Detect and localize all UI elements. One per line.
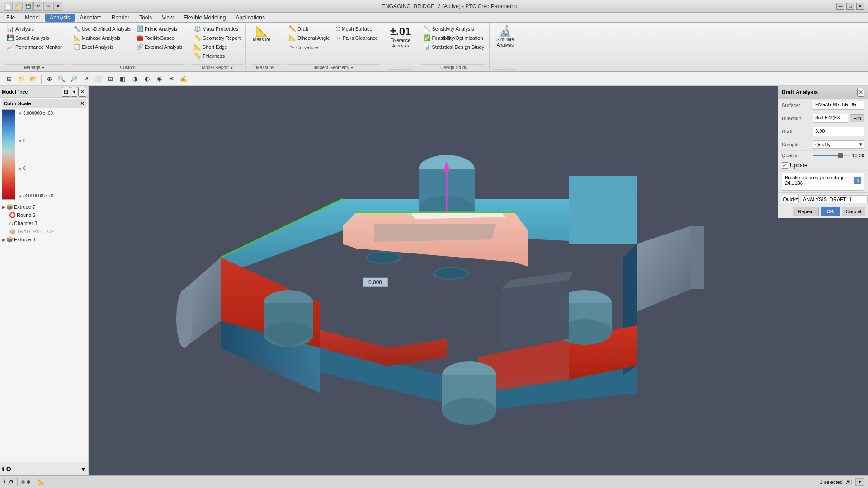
close-button[interactable]: ✕ — [856, 3, 864, 10]
draft-panel-close-btn[interactable]: ✕ — [857, 88, 864, 97]
ok-button[interactable]: OK — [821, 207, 840, 216]
ribbon-btn-measure[interactable]: 📐 Measure — [250, 24, 274, 44]
tree-item-extrude8[interactable]: ▶ 📦 Extrude 8 — [0, 235, 88, 244]
named-view-btn[interactable]: ⊡ — [105, 74, 116, 84]
manage-group-label[interactable]: Manage ▾ — [5, 64, 64, 70]
standard-orient-btn[interactable]: ⬜ — [93, 74, 104, 84]
ribbon-btn-simulate[interactable]: 🔬 SimulateAnalysis — [493, 24, 517, 50]
direction-label: Direction: — [782, 116, 811, 121]
appearances-btn[interactable]: ◉ — [154, 74, 165, 84]
ribbon-btn-mass-props[interactable]: ⚖️ Mass Properties — [192, 24, 241, 33]
flip-button[interactable]: Flip — [850, 114, 864, 122]
repeat-button[interactable]: Repeat — [793, 207, 819, 216]
color-scale-close[interactable]: ✕ — [80, 100, 85, 107]
ribbon-btn-mesh-surface[interactable]: ⬡ Mesh Surface — [333, 24, 375, 33]
zoom-in-btn[interactable]: 🔍 — [56, 74, 67, 84]
normal-view-btn[interactable]: ↗ — [80, 74, 91, 84]
ribbon-btn-mathcad[interactable]: 📐 Mathcad Analysis — [71, 33, 123, 42]
ribbon-btn-tolerance[interactable]: ±.01 ToleranceAnalysis — [387, 24, 415, 51]
shading-btn[interactable]: ◑ — [129, 74, 140, 84]
ribbon-btn-sensitivity[interactable]: 📉 Sensitivity Analysis — [421, 24, 476, 33]
visibility-btn[interactable]: 👁 — [166, 74, 177, 84]
cancel-button[interactable]: Cancel — [842, 207, 865, 216]
direction-value[interactable]: Surf:F23(EXTRUD — [813, 114, 848, 123]
inspect-group-label[interactable]: Inspect Geometry ▾ — [287, 64, 380, 70]
render-style-btn[interactable]: ◐ — [142, 74, 152, 84]
slider-thumb[interactable] — [838, 153, 843, 158]
tree-item-trag-rib[interactable]: 📦 TRAG_RIB_TOP — [0, 227, 88, 235]
bracketed-info-btn[interactable]: ℹ — [854, 177, 861, 184]
surface-value[interactable]: ENGAGING_BRIDGE_2.PR — [813, 101, 864, 110]
qa-more[interactable]: ▾ — [53, 2, 62, 11]
status-filter-btn[interactable]: ▾ — [855, 478, 864, 486]
tree-item-extrude7[interactable]: ▶ 📦 Extrude 7 — [0, 203, 88, 211]
perspective-btn[interactable]: ◧ — [117, 74, 128, 84]
ribbon-btn-toolkit[interactable]: 🧰 Toolkit-Based — [134, 33, 177, 42]
menu-applications[interactable]: Applications — [231, 14, 269, 22]
ribbon-btn-external[interactable]: 🔗 External Analysis — [134, 42, 185, 51]
ribbon-btn-curvature[interactable]: 〜 Curvature — [287, 42, 320, 52]
ribbon-btn-thickness[interactable]: 📏 Thickness — [192, 52, 227, 60]
status-icon-info: ℹ — [4, 479, 5, 485]
settings-btn[interactable]: ⚙ — [6, 465, 12, 473]
scale-min-unit: e+00 — [44, 193, 55, 198]
svg-point-32 — [435, 268, 467, 278]
qa-open[interactable]: 📂 — [14, 2, 23, 11]
menu-view[interactable]: View — [157, 14, 178, 22]
ribbon-btn-feasibility[interactable]: ✅ Feasibility/Optimization — [421, 33, 485, 42]
menu-model[interactable]: Model — [20, 14, 44, 22]
layer-btn[interactable]: 📁 — [16, 74, 27, 84]
tree-item-chamfer3[interactable]: ◇ Chamfer 3 — [0, 219, 88, 227]
zoom-fit-btn[interactable]: ⊕ — [44, 74, 55, 84]
ribbon-btn-pairs-clearance[interactable]: ↔ Pairs Clearance — [333, 33, 380, 42]
tree-expand-btn[interactable]: ⊞ — [62, 87, 70, 97]
zoom-out-btn[interactable]: 🔎 — [68, 74, 79, 84]
ribbon-btn-user-defined[interactable]: 🔧 User-Defined Analysis — [71, 24, 133, 33]
scale-mid: ◄ 0 + — [17, 138, 54, 143]
info-btn[interactable]: ℹ — [2, 465, 4, 473]
draft-icon: ✏️ — [289, 25, 296, 32]
ribbon-btn-statistical[interactable]: 📊 Statistical Design Study — [421, 42, 486, 51]
quality-slider-track[interactable] — [813, 155, 850, 156]
annotation-btn[interactable]: ✍ — [178, 74, 189, 84]
draft-bottom-controls: Quick ▾ — [778, 192, 868, 205]
ribbon-btn-draft[interactable]: ✏️ Draft — [287, 24, 311, 33]
maximize-button[interactable]: □ — [846, 3, 854, 10]
menu-analysis[interactable]: Analysis — [45, 14, 75, 22]
menubar: File Model Analysis Annotate Render Tool… — [0, 13, 868, 23]
custom-group-label: Custom — [71, 64, 185, 70]
menu-tools[interactable]: Tools — [135, 14, 156, 22]
ribbon-btn-saved-analysis[interactable]: 💾 Saved Analysis — [5, 33, 52, 42]
menu-annotate[interactable]: Annotate — [75, 14, 106, 22]
qa-save[interactable]: 💾 — [24, 2, 33, 11]
tree-item-round2[interactable]: ⭕ Round 2 — [0, 211, 88, 219]
viewport[interactable]: 0.000 Draft Analysis ✕ Surface: ENGAGING… — [89, 86, 868, 475]
ribbon-btn-dihedral[interactable]: 📐 Dihedral Angle — [287, 33, 332, 42]
qa-undo[interactable]: ↩ — [33, 2, 42, 11]
color-bar — [2, 109, 15, 200]
ribbon-btn-excel[interactable]: 📋 Excel Analysis — [71, 42, 116, 51]
menu-file[interactable]: File — [2, 14, 19, 22]
statusbar: ℹ ⚙ 📐 1 selected All ▾ — [0, 475, 868, 488]
minimize-button[interactable]: — — [836, 3, 844, 10]
tree-toggle-btn[interactable]: ⊞ — [4, 74, 14, 84]
qa-new[interactable]: 📄 — [4, 2, 13, 11]
menu-render[interactable]: Render — [107, 14, 134, 22]
ribbon-btn-prime[interactable]: 🔢 Prime Analysis — [134, 24, 179, 33]
tree-close-btn[interactable]: ✕ — [78, 87, 86, 97]
sample-select[interactable]: Quality ▾ — [813, 140, 864, 149]
draft-value-input[interactable]: 3.00 — [813, 127, 864, 136]
menu-flexible-modeling[interactable]: Flexible Modeling — [179, 14, 230, 22]
folder-btn[interactable]: 📂 — [28, 74, 39, 84]
ribbon-btn-short-edge[interactable]: 📐 Short Edge — [192, 42, 230, 51]
ribbon-btn-performance-monitor[interactable]: 📈 Performance Monitor — [5, 42, 64, 51]
ribbon-btn-geometry-report[interactable]: 📏 Geometry Report — [192, 33, 243, 42]
model-report-group-label[interactable]: Model Report ▾ — [192, 64, 243, 70]
ribbon-btn-analysis[interactable]: 📊 Analysis — [5, 24, 36, 33]
draft-type-select[interactable]: Quick ▾ — [781, 195, 799, 203]
update-checkbox[interactable]: ✓ — [782, 162, 788, 169]
scroll-down-btn[interactable]: ▼ — [80, 465, 86, 473]
draft-name-input[interactable] — [801, 195, 868, 203]
qa-redo[interactable]: ↪ — [43, 2, 52, 11]
tree-settings-btn[interactable]: ▾ — [71, 87, 77, 97]
